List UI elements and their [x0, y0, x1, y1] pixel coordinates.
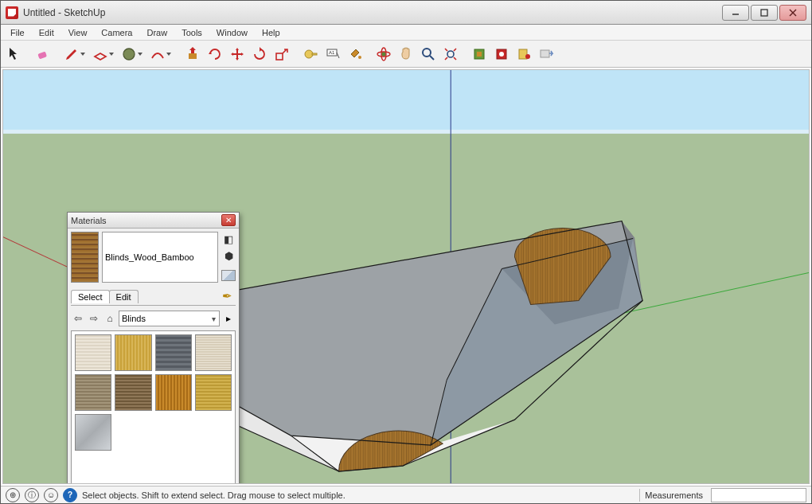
- svg-point-23: [499, 52, 504, 57]
- material-thumb[interactable]: [195, 374, 232, 411]
- eraser-tool-icon[interactable]: [33, 44, 53, 64]
- rectangle-tool-icon[interactable]: [90, 44, 111, 64]
- material-thumb[interactable]: [155, 374, 192, 411]
- close-button[interactable]: [779, 5, 806, 21]
- arc-tool-icon[interactable]: [147, 44, 168, 64]
- geolocation-icon[interactable]: ⊕: [6, 488, 20, 502]
- materials-body: ◧ ⬢ Select Edit ✒ ⇦ ⇨ ⌂ Blinds: [68, 229, 239, 484]
- measurements-field[interactable]: [711, 488, 806, 502]
- material-thumbnail-grid: [71, 330, 236, 484]
- material-thumb[interactable]: [115, 334, 151, 371]
- maximize-button[interactable]: [751, 5, 778, 21]
- material-thumb[interactable]: [75, 334, 111, 371]
- svg-rect-7: [276, 53, 283, 60]
- menu-window[interactable]: Window: [210, 26, 254, 39]
- menu-draw[interactable]: Draw: [140, 26, 174, 39]
- window-controls: [720, 5, 806, 21]
- signin-icon[interactable]: ☺: [44, 488, 58, 502]
- nav-home-icon[interactable]: ⌂: [103, 311, 117, 326]
- zoom-tool-icon[interactable]: [418, 44, 439, 64]
- svg-point-5: [123, 49, 135, 60]
- material-thumb[interactable]: [75, 374, 111, 411]
- pan-tool-icon[interactable]: [396, 44, 416, 64]
- minimize-button[interactable]: [722, 5, 749, 21]
- text-tool-icon[interactable]: A1: [322, 44, 343, 64]
- display-secondary-pane-icon[interactable]: ◧: [221, 232, 236, 246]
- extension-warehouse-icon[interactable]: [491, 44, 512, 64]
- materials-titlebar[interactable]: Materials ✕: [68, 213, 239, 229]
- menu-help[interactable]: Help: [256, 26, 287, 39]
- svg-rect-6: [189, 53, 197, 59]
- credits-icon[interactable]: ⓘ: [25, 488, 39, 502]
- menu-file[interactable]: File: [4, 26, 31, 39]
- app-icon: [6, 6, 18, 19]
- paintbucket-tool-icon[interactable]: [345, 44, 365, 64]
- rotate-tool-icon[interactable]: [249, 44, 270, 64]
- statusbar: ⊕ ⓘ ☺ ? Select objects. Shift to extend …: [1, 486, 811, 503]
- material-thumb[interactable]: [75, 414, 111, 451]
- material-thumb[interactable]: [155, 334, 192, 371]
- pencil-tool-icon[interactable]: [61, 44, 82, 64]
- send-tool-icon[interactable]: [536, 44, 556, 64]
- orbit-tool-icon[interactable]: [373, 44, 394, 64]
- nav-back-icon[interactable]: ⇦: [71, 311, 85, 326]
- material-category-value: Blinds: [122, 314, 146, 323]
- default-material-icon[interactable]: [221, 270, 236, 281]
- status-hint: Select objects. Shift to extend select. …: [82, 490, 345, 500]
- warehouse-tool-icon[interactable]: [469, 44, 490, 64]
- svg-point-17: [423, 49, 431, 57]
- menu-view[interactable]: View: [62, 26, 94, 39]
- layout-tool-icon[interactable]: [513, 44, 534, 64]
- svg-line-18: [430, 56, 434, 60]
- move-tool-icon[interactable]: [227, 44, 248, 64]
- zoom-extents-tool-icon[interactable]: [440, 44, 461, 64]
- circle-tool-icon[interactable]: [119, 44, 139, 64]
- material-preview-swatch[interactable]: [71, 232, 99, 283]
- svg-rect-26: [541, 50, 549, 57]
- tab-edit[interactable]: Edit: [109, 290, 139, 303]
- menubar: File Edit View Camera Draw Tools Window …: [1, 25, 811, 41]
- svg-point-19: [447, 51, 454, 57]
- menu-edit[interactable]: Edit: [33, 26, 61, 39]
- details-menu-icon[interactable]: ▸: [221, 311, 236, 326]
- offset-tool-icon[interactable]: [205, 44, 225, 64]
- svg-point-25: [525, 54, 530, 59]
- menu-camera[interactable]: Camera: [95, 26, 139, 39]
- viewport-3d[interactable]: Materials ✕ ◧ ⬢ Select Ed: [2, 69, 810, 484]
- svg-text:A1: A1: [329, 50, 335, 55]
- eyedropper-icon[interactable]: ✒: [222, 289, 236, 303]
- material-name-field[interactable]: [102, 232, 218, 283]
- scale-tool-icon[interactable]: [271, 44, 292, 64]
- create-material-icon[interactable]: ⬢: [221, 248, 236, 263]
- materials-panel[interactable]: Materials ✕ ◧ ⬢ Select Ed: [67, 212, 240, 484]
- menu-tools[interactable]: Tools: [175, 26, 209, 39]
- material-category-select[interactable]: Blinds: [119, 311, 220, 326]
- help-icon[interactable]: ?: [63, 488, 77, 502]
- svg-rect-4: [37, 51, 47, 59]
- app-window: Untitled - SketchUp File Edit View Camer…: [0, 0, 812, 504]
- material-thumb[interactable]: [115, 374, 151, 411]
- materials-close-button[interactable]: ✕: [221, 214, 236, 226]
- window-title: Untitled - SketchUp: [23, 7, 720, 18]
- material-thumb[interactable]: [195, 334, 232, 371]
- svg-rect-27: [3, 70, 809, 134]
- main-toolbar: A1: [1, 41, 811, 68]
- svg-rect-1: [761, 10, 767, 16]
- titlebar: Untitled - SketchUp: [1, 1, 811, 25]
- select-tool-icon[interactable]: [4, 44, 25, 64]
- measurements-label: Measurements: [645, 490, 703, 500]
- tab-select[interactable]: Select: [71, 290, 110, 303]
- nav-forward-icon[interactable]: ⇨: [87, 311, 101, 326]
- svg-point-13: [358, 56, 361, 59]
- pushpull-tool-icon[interactable]: [182, 44, 203, 64]
- svg-rect-9: [312, 53, 317, 55]
- svg-point-14: [381, 52, 386, 57]
- svg-rect-21: [477, 52, 482, 57]
- materials-title: Materials: [71, 216, 221, 225]
- tape-tool-icon[interactable]: [300, 44, 321, 64]
